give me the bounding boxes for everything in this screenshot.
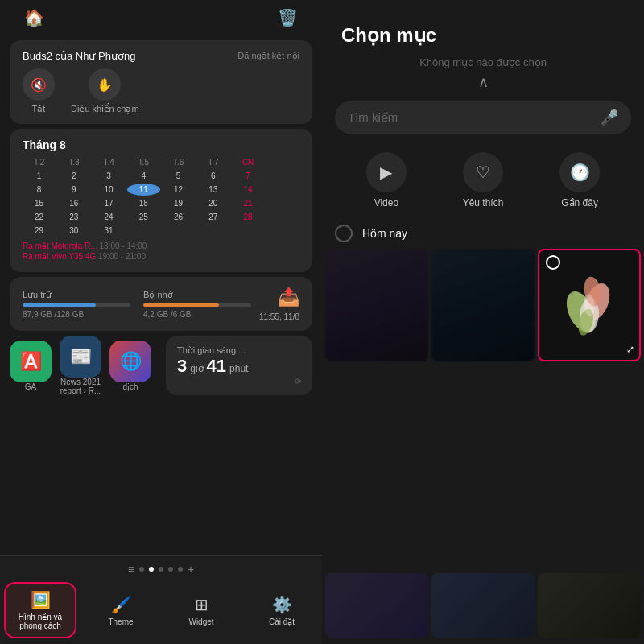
page-indicators: ≡ + — [0, 556, 322, 579]
top-bar: 🏠 🗑️ — [0, 0, 322, 35]
category-favorites-label: Yêu thích — [463, 197, 504, 208]
panel-subtitle: Không mục nào được chọn — [322, 53, 644, 72]
buds-off-icon: 🔇 — [23, 68, 55, 101]
wallpaper-thumb-featured[interactable]: ⤢ — [538, 249, 641, 361]
cal-header: T.4 — [93, 156, 126, 168]
category-video[interactable]: ▶ Video — [366, 152, 407, 208]
selection-circle — [546, 255, 560, 270]
search-bar[interactable]: Tìm kiếm 🎤 — [335, 101, 631, 134]
wallpaper-icon: 🖼️ — [31, 590, 51, 609]
calendar-events: Ra mắt Motorola R... 13:00 - 14:00 Ra mắ… — [23, 242, 299, 261]
buds-touch-button[interactable]: ✋ Điều khiển chạm — [71, 68, 139, 114]
trash-icon[interactable]: 🗑️ — [278, 8, 298, 27]
calendar-month: Tháng 8 — [23, 138, 299, 151]
nav-wallpaper-label: Hình nền vàphong cách — [19, 613, 62, 630]
category-row: ▶ Video ♡ Yêu thích 🕐 Gần đây — [322, 142, 644, 218]
home-icon[interactable]: 🏠 — [24, 8, 44, 27]
buds-touch-label: Điều khiển chạm — [71, 104, 139, 114]
nav-wallpaper[interactable]: 🖼️ Hình nền vàphong cách — [4, 582, 76, 638]
plus-indicator: + — [188, 563, 194, 576]
nav-items: 🖼️ Hình nền vàphong cách 🖌️ Theme ⊞ Widg… — [0, 579, 322, 642]
wallpaper-grid: ⤢ — [322, 249, 644, 570]
weather-hour: 3 — [177, 356, 187, 377]
category-recent-label: Gần đây — [561, 197, 598, 208]
panel-title: Chọn mục — [322, 0, 644, 53]
buds-widget: Buds2 của Như Phương Đã ngắt kết nối 🔇 T… — [10, 40, 312, 124]
weather-min-unit: phút — [229, 363, 248, 374]
nav-widget[interactable]: ⊞ Widget — [165, 588, 237, 633]
nav-theme[interactable]: 🖌️ Theme — [85, 588, 157, 633]
storage-widget: Lưu trữ 87,9 GB /128 GB Bộ nhớ 4,2 GB /6… — [10, 277, 312, 331]
cal-header-sun: CN — [232, 156, 265, 168]
chevron-up-icon[interactable]: ∧ — [322, 72, 644, 93]
dot-indicator-active — [149, 567, 154, 572]
cal-header: T.6 — [162, 156, 195, 168]
cal-header: T.3 — [57, 156, 90, 168]
weather-title: Thời gian sáng ... — [177, 345, 301, 356]
app-news[interactable]: 📰 News 2021report › R... — [60, 336, 101, 395]
weather-minutes: 41 — [207, 356, 226, 377]
wallpaper-thumb-1[interactable] — [325, 249, 428, 361]
theme-icon: 🖌️ — [111, 595, 131, 614]
dot-indicator — [168, 567, 173, 572]
wallpaper-thumb-6[interactable] — [538, 573, 641, 638]
calendar-widget: Tháng 8 T.2 T.3 T.4 T.5 T.6 T.7 CN 1 2 3… — [10, 129, 312, 272]
dot-indicator — [159, 567, 163, 572]
settings-icon: ⚙️ — [272, 595, 292, 614]
app-translate[interactable]: 🌐 dịch — [109, 341, 151, 391]
section-label: Hôm nay — [362, 227, 407, 240]
bar-indicator: ≡ — [128, 563, 134, 576]
section-header: Hôm nay — [322, 218, 644, 249]
cal-header: T.2 — [23, 156, 56, 168]
storage-bar-fill — [23, 303, 96, 307]
time-display: 11:55, 11/8 — [259, 312, 299, 321]
event-item: Ra mắt Motorola R... 13:00 - 14:00 — [23, 242, 299, 250]
memory-value: 4,2 GB /6 GB — [143, 310, 251, 319]
memory-label: Bộ nhớ — [143, 290, 251, 300]
heart-icon: ♡ — [463, 152, 503, 192]
app-ga[interactable]: 🅰️ GA — [10, 341, 52, 391]
nav-theme-label: Theme — [108, 617, 133, 626]
flower-graphic — [557, 261, 621, 349]
nav-widget-label: Widget — [188, 617, 213, 626]
app-row: 🅰️ GA 📰 News 2021report › R... 🌐 dịch Th… — [10, 336, 312, 395]
dot-indicator — [139, 567, 144, 572]
nav-settings[interactable]: ⚙️ Cài đặt — [246, 588, 318, 633]
section-radio[interactable] — [335, 225, 353, 242]
second-row-grid — [322, 573, 644, 644]
nav-settings-label: Cài đặt — [269, 617, 295, 626]
buds-off-button[interactable]: 🔇 Tắt — [23, 68, 55, 114]
widget-icon: ⊞ — [195, 595, 208, 614]
buds-title: Buds2 của Như Phương — [23, 50, 135, 62]
left-panel: 🏠 🗑️ Buds2 của Như Phương Đã ngắt kết nố… — [0, 0, 322, 644]
storage-label: Lưu trữ — [23, 290, 130, 300]
right-panel: Chọn mục Không mục nào được chọn ∧ Tìm k… — [322, 0, 644, 644]
cal-header: T.7 — [196, 156, 229, 168]
mic-icon[interactable]: 🎤 — [601, 109, 618, 126]
storage-value: 87,9 GB /128 GB — [23, 310, 130, 319]
storage-icon: 📤 — [278, 287, 299, 308]
bottom-nav: ≡ + 🖼️ Hình nền vàphong cách 🖌️ Theme ⊞ … — [0, 555, 322, 644]
buds-touch-icon: ✋ — [89, 68, 121, 101]
dot-indicator — [178, 567, 183, 572]
wallpaper-thumb-5[interactable] — [431, 573, 535, 638]
weather-hour-unit: giờ — [190, 363, 203, 374]
wallpaper-thumb-2[interactable] — [431, 249, 535, 361]
search-placeholder: Tìm kiếm — [348, 110, 592, 125]
category-video-label: Video — [374, 197, 398, 208]
memory-bar-fill — [143, 303, 219, 307]
clock-icon: 🕐 — [559, 152, 600, 192]
buds-status: Đã ngắt kết nối — [237, 51, 299, 61]
buds-off-label: Tắt — [32, 104, 46, 114]
category-recent[interactable]: 🕐 Gần đây — [559, 152, 600, 208]
weather-widget: Thời gian sáng ... 3 giờ 41 phút ⟳ — [166, 336, 312, 395]
cal-header: T.5 — [127, 156, 160, 168]
calendar-grid: T.2 T.3 T.4 T.5 T.6 T.7 CN 1 2 3 4 5 6 7… — [23, 156, 299, 237]
category-favorites[interactable]: ♡ Yêu thích — [463, 152, 504, 208]
wallpaper-thumb-4[interactable] — [325, 573, 428, 638]
expand-icon[interactable]: ⤢ — [626, 344, 634, 355]
video-icon: ▶ — [366, 152, 407, 192]
event-item: Ra mắt Vivo Y35 4G 19:00 - 21:00 — [23, 252, 299, 261]
